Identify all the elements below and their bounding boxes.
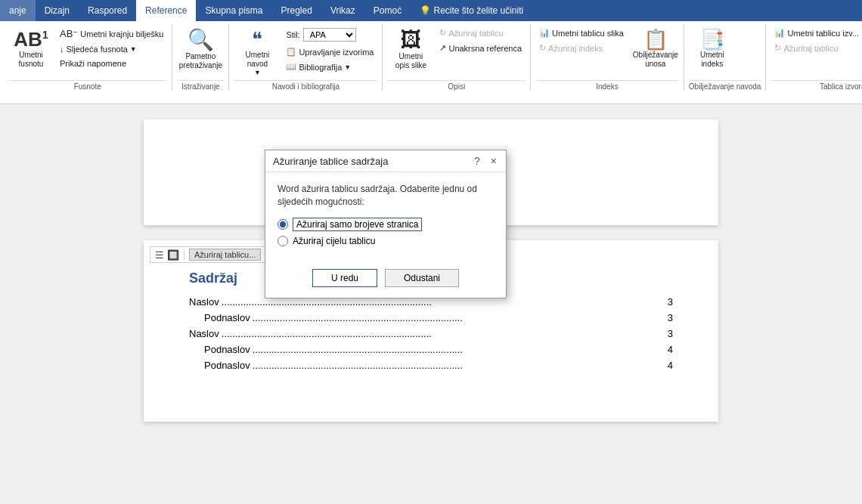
ok-btn[interactable]: U redu: [312, 269, 377, 287]
cancel-btn[interactable]: Odustani: [385, 269, 459, 287]
sljedeca-fusnota-btn[interactable]: ↓ Sljedeća fusnota ▼: [56, 42, 167, 56]
stil-row: Stil: APA: [282, 26, 377, 44]
dialog-title: Ažuriranje tablice sadržaja: [273, 156, 388, 167]
radio-2-label: Ažuriraj cijelu tablicu: [293, 236, 375, 246]
indeks-group-label: Indeks: [535, 80, 679, 91]
bibliografija-btn[interactable]: 📖 Bibliografija ▼: [282, 60, 377, 74]
navodi-group-label: Navodi i bibliografija: [234, 80, 377, 91]
upravljanje-icon: 📋: [286, 47, 296, 57]
dialog-overlay: Ažuriranje tablice sadržaja ? × Word ažu…: [0, 104, 862, 503]
azuriraj-tablicu-izvora-btn[interactable]: ↻ Ažuriraj tablicu: [771, 41, 862, 55]
dialog-close-btn[interactable]: ×: [489, 155, 498, 167]
ribbon: AB1 Umetnifusnotu AB⁻ Umetni krajnju bil…: [0, 21, 862, 104]
tablica-izvora-content: 📊 Umetni tablicu izv... ↻ Ažuriraj tabli…: [771, 26, 862, 80]
ribbon-group-fusnote: AB1 Umetnifusnotu AB⁻ Umetni krajnju bil…: [3, 24, 172, 91]
navodi-stacked: Stil: APA 📋 Upravljanje izvorima 📖 Bibli…: [282, 26, 377, 74]
menubar: anje Dizajn Raspored Reference Skupna pi…: [0, 0, 862, 21]
radio-option-2[interactable]: Ažuriraj cijelu tablicu: [278, 236, 494, 246]
menu-item-raspored[interactable]: Raspored: [79, 0, 136, 21]
indeks-content: 📊 Umetni tablicu slika ↻ Ažuriraj indeks…: [535, 26, 679, 80]
obiljezavanje-group-label: Obilježavanje navoda: [689, 80, 761, 91]
menu-item-dizajn[interactable]: Dizajn: [36, 0, 79, 21]
fusnote-icon: AB1: [14, 29, 48, 49]
umetni-izvora-icon: 📊: [774, 28, 785, 38]
navod-icon: ❝: [252, 29, 262, 49]
chevron-icon: ▼: [130, 45, 137, 53]
ribbon-group-navodi: ❝ Umetninavod ▼ Stil: APA 📋 Upravljanje …: [229, 24, 383, 91]
umetni-indeks-label: Umetni indeks: [694, 51, 730, 69]
fusnote-stacked: AB⁻ Umetni krajnju bilješku ↓ Sljedeća f…: [56, 26, 167, 70]
opisi-stacked: ↻ Ažuriraj tablicu ↗ Unakrsna referenca: [436, 26, 526, 55]
opisi-group-label: Opisi: [387, 80, 526, 91]
tablica-stacked: 📊 Umetni tablicu izv... ↻ Ažuriraj tabli…: [771, 26, 862, 55]
tablica-slika-label: Umetni tablicu slika: [552, 29, 624, 38]
indeks-icon: 📑: [700, 29, 724, 49]
menu-item-anje[interactable]: anje: [0, 0, 36, 21]
indeks-top-stacked: 📊 Umetni tablicu slika ↻ Ažuriraj indeks: [535, 26, 628, 55]
umetni-opis-label: Umetniopis slike: [395, 52, 426, 70]
fusnote-group-label: Fusnote: [8, 80, 167, 91]
ribbon-group-istrazivanje: 🔍 Pametnopretraživanje Istraživanje: [172, 24, 229, 91]
azuriraj-ind-icon: ↻: [539, 43, 546, 53]
tablica-izvora-group-label: Tablica izvora: [771, 80, 862, 91]
obiljezavanje-label: Obilježavanjeunosa: [633, 51, 678, 69]
umetni-indeks-btn[interactable]: 📑 Umetni indeks: [689, 26, 736, 73]
menu-item-vrikaz[interactable]: Vrikaz: [321, 0, 364, 21]
bib-chevron: ▼: [344, 63, 351, 71]
radio-1-label: Ažuriraj samo brojeve stranica: [293, 218, 422, 231]
dialog-help-btn[interactable]: ?: [473, 155, 482, 167]
upravljanje-label: Upravljanje izvorima: [299, 48, 374, 57]
pametno-pretrazivanje-btn[interactable]: 🔍 Pametnopretraživanje: [177, 26, 224, 74]
umetni-opis-btn[interactable]: 🖼 Umetniopis slike: [387, 26, 434, 74]
krajnja-biljeska-label: Umetni krajnju bilješku: [80, 29, 163, 39]
azuriraj-icon: ↻: [439, 28, 446, 38]
dialog-footer: U redu Odustani: [265, 261, 506, 298]
dialog-titlebar: Ažuriranje tablice sadržaja ? ×: [265, 150, 506, 172]
unakrsna-label: Unakrsna referenca: [448, 44, 522, 53]
menu-item-search[interactable]: 💡 Recite što želite učiniti: [411, 0, 532, 21]
obiljezavanje-icon: 📋: [643, 29, 668, 49]
prikazi-label: Prikaži napomene: [60, 59, 126, 68]
umetni-krajnju-biljesku-btn[interactable]: AB⁻ Umetni krajnju bilješku: [56, 26, 167, 42]
sljedeca-fusnota-label: Sljedeća fusnota: [67, 45, 128, 54]
krajnja-biljeska-icon: AB⁻: [60, 28, 78, 39]
umetni-tablicu-slika-btn[interactable]: 📊 Umetni tablicu slika: [535, 26, 628, 40]
navod-chevron: ▼: [254, 69, 261, 76]
istrazivanje-content: 🔍 Pametnopretraživanje: [177, 26, 224, 80]
stil-select[interactable]: APA: [303, 28, 356, 42]
fusnote-content: AB1 Umetnifusnotu AB⁻ Umetni krajnju bil…: [8, 26, 167, 80]
radio-option-1[interactable]: Ažuriraj samo brojeve stranica: [278, 218, 494, 231]
ribbon-group-obiljezavanje: 📑 Umetni indeks Obilježavanje navoda: [684, 24, 767, 91]
azuriranje-dialog: Ažuriranje tablice sadržaja ? × Word ažu…: [265, 150, 507, 298]
ribbon-group-tablica-izvora: 📊 Umetni tablicu izv... ↻ Ažuriraj tabli…: [766, 24, 862, 91]
bib-icon: 📖: [286, 62, 296, 72]
ribbon-group-opisi: 🖼 Umetniopis slike ↻ Ažuriraj tablicu ↗ …: [383, 24, 531, 91]
azuriraj-indeks-label: Ažuriraj indeks: [548, 44, 603, 53]
upravljanje-izvorima-btn[interactable]: 📋 Upravljanje izvorima: [282, 45, 377, 59]
menu-item-pregled[interactable]: Pregled: [272, 0, 321, 21]
radio-1-input[interactable]: [278, 219, 288, 230]
dialog-body: Word ažurira tablicu sadržaja. Odaberite…: [265, 172, 506, 261]
menu-item-skupna-pisma[interactable]: Skupna pisma: [196, 0, 271, 21]
istrazivanje-group-label: Istraživanje: [177, 80, 224, 91]
prikazi-napomene-btn[interactable]: Prikaži napomene: [56, 57, 167, 70]
bibliografija-label: Bibliografija: [299, 63, 342, 72]
obiljezavanje-unosa-btn[interactable]: 📋 Obilježavanjeunosa: [632, 26, 679, 73]
dialog-description: Word ažurira tablicu sadržaja. Odaberite…: [278, 183, 494, 209]
azuriraj-tablicu-btn[interactable]: ↻ Ažuriraj tablicu: [436, 26, 526, 40]
menu-item-pomoc[interactable]: Pomoć: [364, 0, 411, 21]
azuriraj-indeks-btn[interactable]: ↻ Ažuriraj indeks: [535, 41, 628, 55]
menu-item-reference[interactable]: Reference: [136, 0, 196, 21]
umetni-tablicu-izvora-btn[interactable]: 📊 Umetni tablicu izv...: [771, 26, 862, 40]
ribbon-group-indeks: 📊 Umetni tablicu slika ↻ Ažuriraj indeks…: [531, 24, 684, 91]
stil-label: Stil:: [286, 30, 299, 39]
azuriraj-tablicu-label: Ažuriraj tablicu: [448, 29, 503, 38]
radio-2-input[interactable]: [278, 236, 288, 246]
unakrsna-referenca-btn[interactable]: ↗ Unakrsna referenca: [436, 41, 526, 55]
pametno-pretrazivanje-label: Pametnopretraživanje: [179, 52, 222, 70]
azuriraj-tablicu-izvora-label: Ažuriraj tablicu: [783, 44, 838, 53]
obiljezavanje-content: 📑 Umetni indeks: [689, 26, 736, 80]
azuriraj-izvora-icon: ↻: [774, 43, 781, 53]
umetni-fusnotu-btn[interactable]: AB1 Umetnifusnotu: [8, 26, 54, 73]
umetni-navod-btn[interactable]: ❝ Umetninavod ▼: [234, 26, 281, 80]
